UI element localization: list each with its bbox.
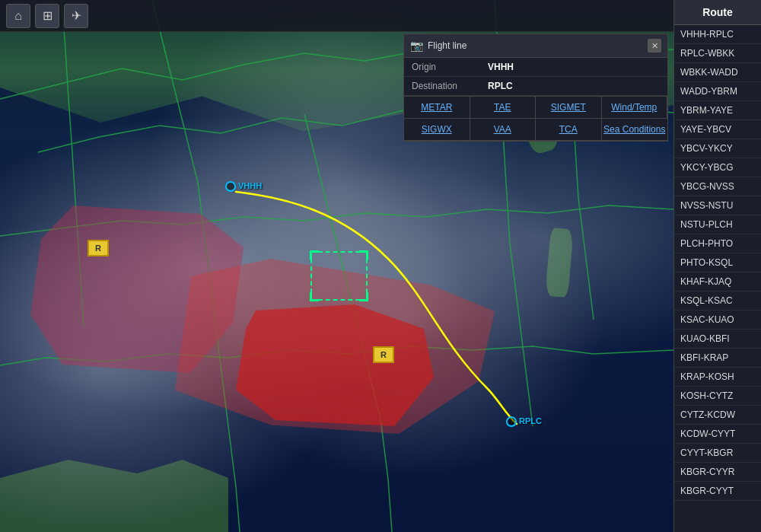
flight-dialog: 📷 Flight line ✕ Origin VHHH Destination … [403,33,668,142]
destination-label: Destination [404,77,480,96]
weather-area-core [236,304,434,426]
route-item[interactable]: YBCG-NVSS [674,177,761,196]
metar-button[interactable]: METAR [404,97,470,119]
map-area: R R VHHH RPLC ⌂ ⊞ ✈ 📷 Flight l [0,0,673,532]
sel-corner-tr [359,250,368,260]
route-panel: Route VHHH-RPLCRPLC-WBKKWBKK-WADDWADD-YB… [673,0,761,532]
destination-value: RPLC [480,77,667,96]
route-item[interactable]: PHTO-KSQL [674,253,761,272]
route-item[interactable]: NVSS-NSTU [674,196,761,215]
dialog-titlebar: 📷 Flight line ✕ [404,34,667,58]
home-icon: ⌂ [14,9,22,23]
route-item[interactable]: YKCY-YBCG [674,158,761,177]
route-item[interactable]: KCDW-CYYT [674,425,761,444]
route-panel-header: Route [674,0,761,25]
dialog-title: Flight line [428,40,466,51]
airport-rplc-dot [506,416,517,427]
airport-rplc-label: RPLC [519,416,542,425]
dialog-close-button[interactable]: ✕ [648,39,661,53]
route-item[interactable]: KBGR-CYYR [674,463,761,482]
route-item[interactable]: RPLC-WBKK [674,44,761,63]
origin-label: Origin [404,58,480,77]
camera-icon: 📷 [410,40,423,52]
dialog-title-left: 📷 Flight line [410,40,466,52]
route-item[interactable]: KOSH-CYTZ [674,387,761,406]
route-item[interactable]: PLCH-PHTO [674,234,761,253]
flight-info-table: Origin VHHH Destination RPLC [404,58,667,96]
route-item[interactable]: YAYE-YBCV [674,120,761,139]
airport-vhhh-label: VHHH [238,181,262,190]
origin-row: Origin VHHH [404,58,667,77]
route-item[interactable]: YBCV-YKCY [674,139,761,158]
tae-button[interactable]: TAE [470,97,537,119]
route-item[interactable]: KBFI-KRAP [674,349,761,368]
route-list: VHHH-RPLCRPLC-WBKKWBKK-WADDWADD-YBRMYBRM… [674,25,761,501]
selection-box [310,251,368,301]
dialog-nav-buttons: METAR TAE SIGMET Wind/Temp SIGWX VAA TCA… [404,96,667,141]
vaa-button[interactable]: VAA [470,119,537,141]
toolbar: ⌂ ⊞ ✈ [0,0,673,32]
tca-button[interactable]: TCA [536,119,602,141]
origin-value: VHHH [480,58,667,77]
route-item[interactable]: VHHH-RPLC [674,25,761,44]
route-item[interactable]: YBRM-YAYE [674,101,761,120]
route-item[interactable]: KSQL-KSAC [674,291,761,311]
storm-icon-center: R [373,346,394,363]
route-item[interactable]: WADD-YBRM [674,82,761,101]
plane-button[interactable]: ✈ [64,4,88,28]
sel-corner-br [359,292,368,301]
sea-conditions-button[interactable]: Sea Conditions [602,119,668,141]
route-item[interactable]: WBKK-WADD [674,63,761,82]
sel-corner-tl [310,250,319,260]
route-item[interactable]: CYTZ-KCDW [674,406,761,425]
route-item[interactable]: CYYT-KBGR [674,444,761,463]
layers-icon: ⊞ [43,8,53,23]
route-item[interactable]: KUAO-KBFI [674,330,761,349]
route-item[interactable]: NSTU-PLCH [674,215,761,234]
sigmet-button[interactable]: SIGMET [536,97,602,119]
destination-row: Destination RPLC [404,77,667,96]
sel-corner-bl [310,292,319,301]
route-item[interactable]: KHAF-KJAQ [674,272,761,291]
sigwx-button[interactable]: SIGWX [404,119,470,141]
wind-temp-button[interactable]: Wind/Temp [602,97,668,119]
home-button[interactable]: ⌂ [6,4,30,28]
route-item[interactable]: KBGR-CYYT [674,482,761,501]
route-item[interactable]: KRAP-KOSH [674,368,761,387]
route-item[interactable]: KSAC-KUAO [674,311,761,330]
layers-button[interactable]: ⊞ [35,4,59,28]
airport-vhhh-dot [225,181,236,192]
plane-icon: ✈ [72,8,81,23]
storm-icon-left: R [88,240,109,256]
